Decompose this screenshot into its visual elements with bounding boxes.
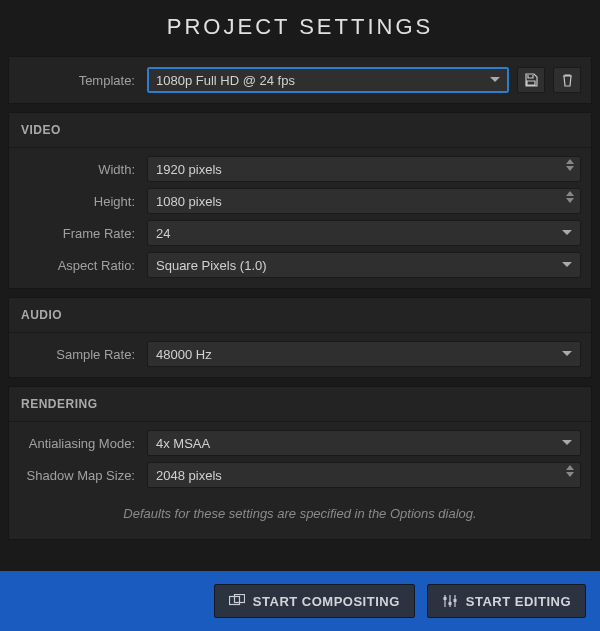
- rendering-header: RENDERING: [9, 387, 591, 422]
- samplerate-select[interactable]: 48000 Hz: [147, 341, 581, 367]
- editing-icon: [442, 594, 458, 608]
- audio-section: AUDIO Sample Rate: 48000 Hz: [8, 297, 592, 378]
- height-label: Height:: [19, 194, 139, 209]
- shadow-label: Shadow Map Size:: [19, 468, 139, 483]
- svg-rect-6: [448, 602, 451, 605]
- width-input[interactable]: 1920 pixels: [147, 156, 581, 182]
- framerate-label: Frame Rate:: [19, 226, 139, 241]
- framerate-select[interactable]: 24: [147, 220, 581, 246]
- template-select[interactable]: 1080p Full HD @ 24 fps: [147, 67, 509, 93]
- stepper-icon: [566, 159, 574, 171]
- chevron-down-icon: [562, 262, 572, 268]
- chevron-down-icon: [562, 230, 572, 236]
- save-icon: [524, 73, 538, 87]
- start-compositing-button[interactable]: START COMPOSITING: [214, 584, 415, 618]
- svg-rect-7: [453, 599, 456, 602]
- rendering-hint: Defaults for these settings are specifie…: [19, 494, 581, 529]
- chevron-down-icon: [562, 351, 572, 357]
- framerate-value: 24: [156, 226, 170, 241]
- svg-rect-5: [443, 597, 446, 600]
- height-input[interactable]: 1080 pixels: [147, 188, 581, 214]
- aa-select[interactable]: 4x MSAA: [147, 430, 581, 456]
- height-value: 1080 pixels: [156, 194, 222, 209]
- template-panel: Template: 1080p Full HD @ 24 fps: [8, 56, 592, 104]
- aspect-value: Square Pixels (1.0): [156, 258, 267, 273]
- samplerate-value: 48000 Hz: [156, 347, 212, 362]
- aspect-select[interactable]: Square Pixels (1.0): [147, 252, 581, 278]
- audio-header: AUDIO: [9, 298, 591, 333]
- shadow-input[interactable]: 2048 pixels: [147, 462, 581, 488]
- template-value: 1080p Full HD @ 24 fps: [156, 73, 295, 88]
- width-label: Width:: [19, 162, 139, 177]
- chevron-down-icon: [562, 440, 572, 446]
- start-editing-label: START EDITING: [466, 594, 571, 609]
- shadow-value: 2048 pixels: [156, 468, 222, 483]
- start-compositing-label: START COMPOSITING: [253, 594, 400, 609]
- aa-label: Antialiasing Mode:: [19, 436, 139, 451]
- stepper-icon: [566, 465, 574, 477]
- page-title: PROJECT SETTINGS: [0, 0, 600, 56]
- template-label: Template:: [19, 73, 139, 88]
- compositing-icon: [229, 594, 245, 608]
- save-template-button[interactable]: [517, 67, 545, 93]
- trash-icon: [561, 73, 574, 87]
- video-section: VIDEO Width: 1920 pixels Height: 1080 pi…: [8, 112, 592, 289]
- width-value: 1920 pixels: [156, 162, 222, 177]
- video-header: VIDEO: [9, 113, 591, 148]
- stepper-icon: [566, 191, 574, 203]
- footer-bar: START COMPOSITING START EDITING: [0, 571, 600, 631]
- delete-template-button[interactable]: [553, 67, 581, 93]
- rendering-section: RENDERING Antialiasing Mode: 4x MSAA Sha…: [8, 386, 592, 540]
- start-editing-button[interactable]: START EDITING: [427, 584, 586, 618]
- aa-value: 4x MSAA: [156, 436, 210, 451]
- chevron-down-icon: [490, 77, 500, 83]
- aspect-label: Aspect Ratio:: [19, 258, 139, 273]
- samplerate-label: Sample Rate:: [19, 347, 139, 362]
